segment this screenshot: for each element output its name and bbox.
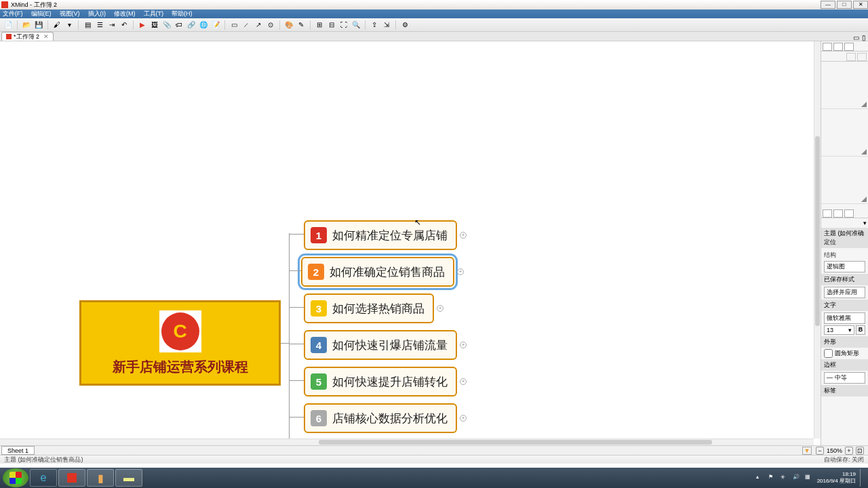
web-button[interactable]: 🌐 (198, 20, 209, 30)
filter-button[interactable]: ▼ (802, 447, 812, 455)
style-button[interactable]: ✎ (296, 20, 307, 30)
shape-checkbox-row[interactable]: 圆角矩形 (824, 349, 865, 358)
resize-corner-icon[interactable] (861, 149, 867, 155)
relationship-button[interactable]: ↗ (253, 20, 264, 30)
panel-icon-1[interactable] (846, 53, 856, 61)
play-button[interactable]: ▶ (137, 20, 148, 30)
marker-button[interactable]: ⊙ (265, 20, 276, 30)
image-button[interactable]: 🖼 (149, 20, 160, 30)
drillup-button[interactable]: ⊟ (326, 20, 337, 30)
connector-vertical (289, 233, 290, 445)
theme-button[interactable]: 🎨 (283, 20, 294, 30)
zoom-in-button[interactable]: + (845, 447, 853, 455)
subtopic-6[interactable]: 6店铺核心数据分析优化+ (304, 403, 457, 433)
zoom-control: − 150% + ⊡ (816, 447, 864, 455)
indent-button[interactable]: ⇥ (106, 20, 117, 30)
tab-close-icon[interactable]: ✕ (43, 33, 49, 40)
attach-button[interactable]: 📎 (161, 20, 172, 30)
taskbar-ie[interactable]: e (30, 469, 57, 487)
dropdown-button[interactable]: ▾ (64, 20, 75, 30)
menu-view[interactable]: 视图(V) (60, 9, 80, 18)
panel-tab-2[interactable] (833, 43, 843, 51)
share-button[interactable]: ⇪ (369, 20, 380, 30)
subtopic-5[interactable]: 5如何快速提升店铺转化+ (304, 367, 457, 396)
resize-corner-icon[interactable] (861, 197, 867, 202)
subtopic-4[interactable]: 4如何快速引爆店铺流量+ (304, 330, 457, 360)
border-dropdown[interactable]: — 中等 (824, 372, 865, 384)
menu-help[interactable]: 帮助(H) (172, 9, 193, 18)
format-tab-3[interactable] (844, 209, 854, 218)
panel-tab-3[interactable] (844, 43, 854, 51)
zoom-out-button[interactable]: − (816, 447, 824, 455)
expand-button[interactable]: + (437, 305, 443, 312)
vscroll-thumb[interactable] (815, 136, 820, 326)
structure-dropdown[interactable]: 逻辑图 (824, 261, 865, 272)
clock[interactable]: 18:19 2016/9/4 星期日 (817, 471, 856, 485)
tray-volume-icon[interactable]: 🔊 (793, 474, 801, 482)
sheet-tab-1[interactable]: Sheet 1 (1, 446, 35, 455)
subtopic-2[interactable]: 2如何准确定位销售商品+ (301, 257, 454, 287)
outline-button[interactable]: ▤ (82, 20, 93, 30)
list-button[interactable]: ☰ (94, 20, 105, 30)
tray-up-icon[interactable]: ▴ (756, 474, 764, 482)
undo-button[interactable]: ↶ (119, 20, 130, 30)
tray-flag-icon[interactable]: ⚑ (768, 474, 776, 482)
taskbar-app2[interactable]: ▬ (115, 469, 142, 487)
subtopic-1[interactable]: 1如何精准定位专属店铺+ (304, 220, 457, 250)
shape-checkbox[interactable] (824, 349, 833, 358)
zoom-fit-button[interactable]: ⊡ (856, 447, 864, 455)
drill-button[interactable]: ⊞ (314, 20, 325, 30)
expand-button[interactable]: + (460, 232, 467, 239)
bold-button[interactable]: B (856, 325, 865, 335)
taskbar-app1[interactable]: ▮ (87, 469, 114, 487)
menu-insert[interactable]: 插入(I) (88, 9, 106, 18)
export-button[interactable]: ⇲ (381, 20, 392, 30)
font-size-dropdown[interactable]: 13▾ (824, 325, 854, 335)
subtopic-3[interactable]: 3如何选择热销商品+ (304, 293, 434, 323)
horizontal-scrollbar[interactable] (0, 439, 814, 445)
taskbar-xmind[interactable] (58, 469, 85, 487)
boundary-button[interactable]: ▭ (229, 20, 239, 30)
root-topic[interactable]: C 新手店铺运营系列课程 (79, 300, 281, 386)
brush-button[interactable]: 🖌 (52, 20, 62, 30)
resize-corner-icon[interactable] (861, 102, 867, 107)
hscroll-thumb[interactable] (319, 440, 712, 445)
expand-button[interactable]: + (460, 342, 467, 348)
menu-edit[interactable]: 编辑(E) (31, 9, 52, 18)
save-button[interactable]: 💾 (33, 20, 44, 30)
summary-button[interactable]: ⟋ (241, 20, 252, 30)
close-button[interactable]: ✕ (853, 1, 868, 9)
link-button[interactable]: 🔗 (186, 20, 197, 30)
saved-styles-dropdown[interactable]: 选择并应用 (824, 287, 865, 298)
panel-tab-1[interactable] (823, 43, 832, 51)
zoom-button[interactable]: 🔍 (351, 20, 361, 30)
maximize-button[interactable]: □ (837, 1, 852, 9)
note-button[interactable]: 📝 (210, 20, 221, 30)
open-button[interactable]: 📂 (21, 20, 32, 30)
fit-button[interactable]: ⛶ (338, 20, 349, 30)
expand-button[interactable]: + (457, 268, 464, 275)
menu-tools[interactable]: 工具(T) (144, 9, 164, 18)
expand-button[interactable]: + (460, 415, 467, 422)
start-button[interactable] (3, 468, 28, 487)
font-dropdown[interactable]: 微软雅黑 (824, 312, 865, 324)
tray-network-icon[interactable]: ⚹ (781, 474, 789, 482)
panel-icon-2[interactable] (857, 53, 867, 61)
expand-button[interactable]: + (460, 378, 467, 385)
minimize-button[interactable]: — (821, 1, 835, 9)
panel-toggle-2[interactable]: ▯ (860, 34, 868, 41)
settings-button[interactable]: ⚙ (399, 20, 410, 30)
panel-toggle-1[interactable]: ▭ (852, 34, 860, 41)
format-tab-2[interactable] (833, 209, 843, 218)
tag-button[interactable]: 🏷 (174, 20, 184, 30)
vertical-scrollbar[interactable] (814, 41, 821, 439)
tray-ime-icon[interactable]: ▦ (805, 474, 813, 482)
mindmap-canvas[interactable]: C 新手店铺运营系列课程 1如何精准定位专属店铺+2如何准确定位销售商品+3如何… (0, 41, 821, 445)
panel-menu-icon[interactable]: ▾ (863, 220, 867, 226)
show-desktop-button[interactable] (860, 469, 864, 487)
menu-file[interactable]: 文件(F) (3, 9, 23, 18)
editor-tab-workbook2[interactable]: *工作簿 2 ✕ (1, 32, 54, 41)
menu-modify[interactable]: 修改(M) (114, 9, 136, 18)
format-tab-1[interactable] (823, 209, 832, 218)
new-button[interactable]: 📄 (3, 20, 14, 30)
